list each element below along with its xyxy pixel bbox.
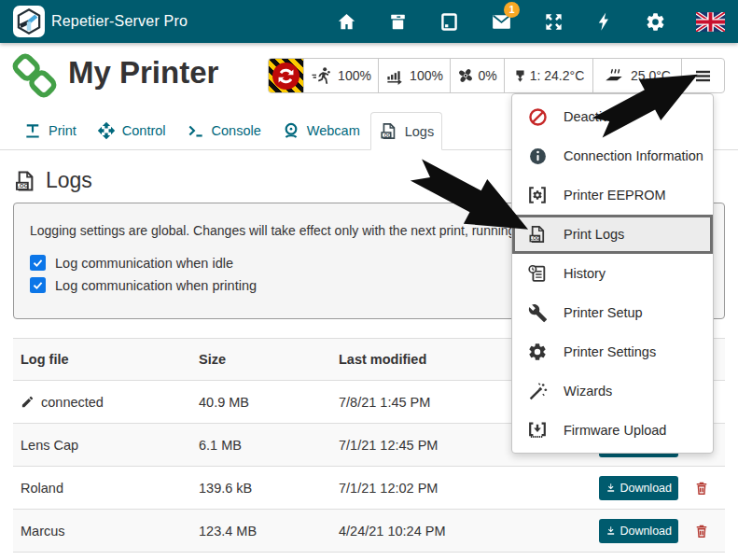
log-printing-checkbox[interactable] <box>30 277 46 293</box>
console-tab-icon <box>187 121 205 140</box>
fan-chip[interactable]: 0% <box>450 59 504 92</box>
header-log-file: Log file <box>13 339 191 381</box>
delete-icon[interactable] <box>693 523 710 539</box>
delete-icon[interactable] <box>693 480 710 497</box>
log-file-size: 139.6 kB <box>191 467 331 510</box>
speed-chip[interactable]: 100% <box>303 59 378 92</box>
flow-icon <box>385 67 403 85</box>
header-last-modified: Last modified <box>331 339 508 381</box>
annotation-arrow-to-menu-button <box>588 55 723 139</box>
table-row: Roland 139.6 kB 7/1/21 12:02 PM Download <box>13 467 725 510</box>
pencil-icon <box>21 395 35 409</box>
app-logo[interactable] <box>13 6 45 37</box>
logs-tab-icon <box>379 121 398 141</box>
tab-webcam[interactable]: Webcam <box>272 112 370 149</box>
download-button[interactable]: Download <box>599 519 678 543</box>
log-file-size: 6.1 MB <box>191 424 331 467</box>
log-file-size: 40.9 MB <box>191 381 331 424</box>
top-nav: 1 <box>336 10 725 34</box>
log-file-modified: 7/8/21 1:45 PM <box>331 381 508 424</box>
page: Repetier-Server Pro 1 <box>0 0 738 560</box>
log-file-modified: 7/1/21 12:02 PM <box>331 467 508 510</box>
print-tab-icon <box>23 121 42 140</box>
menu-item-printer-setup[interactable]: Printer Setup <box>512 293 713 332</box>
extruder-icon <box>513 69 527 83</box>
annotation-arrow-to-print-logs <box>409 157 549 245</box>
fullscreen-icon[interactable] <box>543 11 564 33</box>
fan-icon <box>457 67 474 84</box>
download-icon <box>606 483 616 493</box>
messages-icon[interactable]: 1 <box>490 10 513 34</box>
log-file-name: Lens Cap <box>21 438 78 453</box>
menu-item-printer-settings[interactable]: Printer Settings <box>512 332 713 371</box>
log-idle-label: Log communication when idle <box>55 256 233 271</box>
speed-icon <box>311 66 331 85</box>
tab-logs[interactable]: Logs <box>370 112 442 150</box>
quick-commands-icon[interactable] <box>594 11 615 32</box>
menu-item-firmware-upload[interactable]: Firmware Upload <box>512 411 713 450</box>
printer-name: My Printer <box>68 55 218 91</box>
extruder-temp-chip[interactable]: 1: 24.2°C <box>504 59 592 92</box>
log-file-name: Marcus <box>21 524 65 539</box>
app-title: Repetier-Server Pro <box>51 13 188 30</box>
firmware-upload-icon <box>527 420 548 441</box>
log-file-name: Roland <box>21 481 63 496</box>
language-flag-icon[interactable] <box>696 12 725 32</box>
log-file-modified: 4/24/21 10:24 PM <box>331 510 508 553</box>
tab-control[interactable]: Control <box>87 112 176 149</box>
log-file-size: 123.4 MB <box>191 510 331 553</box>
global-settings-icon[interactable] <box>645 11 666 33</box>
header-size: Size <box>191 339 331 381</box>
wrench-icon <box>528 303 548 323</box>
touch-ui-icon[interactable] <box>439 11 460 33</box>
repetier-logo-icon <box>15 7 43 35</box>
download-button[interactable]: Download <box>599 476 678 500</box>
home-icon[interactable] <box>336 11 357 33</box>
webcam-tab-icon <box>282 121 300 140</box>
menu-item-wizards[interactable]: Wizards <box>512 371 713 411</box>
logs-heading-icon <box>13 169 37 193</box>
settings-gear-icon <box>527 342 548 362</box>
top-bar: Repetier-Server Pro 1 <box>0 0 738 43</box>
download-icon <box>606 525 616 536</box>
connected-link-icon <box>11 52 58 99</box>
menu-item-history[interactable]: History <box>512 254 713 293</box>
log-printing-label: Log communication when printing <box>55 278 257 293</box>
tab-console[interactable]: Console <box>176 112 272 149</box>
printers-icon[interactable] <box>387 11 409 33</box>
table-row: Marcus 123.4 MB 4/24/21 10:24 PM Downloa… <box>13 510 725 553</box>
log-file-name: connected <box>41 395 104 410</box>
emergency-stop-icon <box>275 65 297 87</box>
flow-chip[interactable]: 100% <box>378 59 450 92</box>
printer-dropdown-menu: Deactivate Connection Information Printe… <box>511 93 714 454</box>
control-tab-icon <box>97 121 116 140</box>
log-idle-checkbox[interactable] <box>30 255 46 271</box>
log-file-modified: 7/1/21 12:45 PM <box>331 424 508 467</box>
messages-badge: 1 <box>504 2 520 18</box>
deactivate-icon <box>528 107 548 127</box>
history-icon <box>527 263 548 284</box>
tab-print[interactable]: Print <box>13 112 87 149</box>
emergency-stop-button[interactable] <box>269 59 303 92</box>
magic-wand-icon <box>528 382 548 401</box>
